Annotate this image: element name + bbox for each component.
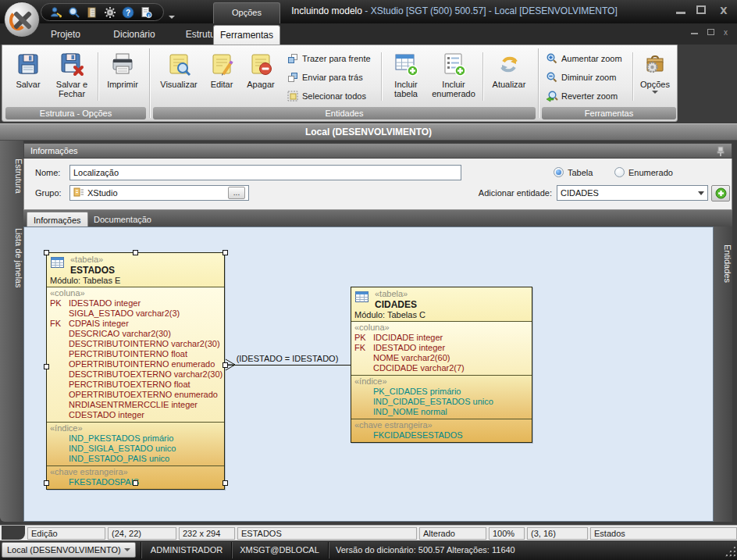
toolbox-icon xyxy=(643,52,668,77)
nome-input[interactable] xyxy=(69,165,461,180)
tab-informacoes[interactable]: Informações xyxy=(27,212,88,227)
opcoes-button[interactable]: Opções xyxy=(636,48,675,108)
svg-text:i: i xyxy=(148,12,149,18)
trazer-para-frente-button[interactable]: Trazer para frente xyxy=(284,50,373,67)
sidebar-corner xyxy=(2,526,25,540)
selection-handle[interactable] xyxy=(223,250,228,255)
dock-tab-entidades[interactable]: Entidades xyxy=(714,228,732,298)
document-header: Local (DESENVOLVIMENTO) xyxy=(0,123,737,141)
add-entity-button[interactable] xyxy=(711,185,730,202)
status-modified: Alterado xyxy=(419,527,486,540)
database-connection: XMSGT@DBLOCAL xyxy=(236,540,323,560)
radio-tabela-dot xyxy=(554,167,564,177)
selection-handle[interactable] xyxy=(44,480,49,486)
help-icon[interactable]: ? xyxy=(121,5,134,19)
reverter-zoom-button[interactable]: Reverter zoom xyxy=(543,87,620,105)
adicionar-entidade-dropdown[interactable]: CIDADES xyxy=(557,185,708,201)
incluir-enumerado-button[interactable]: Incluir enumerado xyxy=(428,48,479,108)
quick-access-toolbar: ? i xyxy=(41,3,164,21)
aumentar-zoom-button[interactable]: Aumentar zoom xyxy=(543,50,625,67)
opcoes-dropdown-icon xyxy=(652,91,658,94)
tab-dicionario[interactable]: Dicionário xyxy=(100,25,169,45)
column-row: NRDIASENTRMERCCLIE integer xyxy=(47,400,224,410)
zoom-in-icon xyxy=(546,52,558,65)
dock-tab-estrutura[interactable]: Estrutura xyxy=(0,145,23,206)
visualizar-button[interactable]: Visualizar xyxy=(155,48,203,108)
document-info-icon[interactable]: i xyxy=(139,5,152,19)
index-row: IND_ESTADO_PAIS unico xyxy=(47,454,224,464)
select-all-icon xyxy=(287,90,299,102)
radio-tabela[interactable]: Tabela xyxy=(554,167,593,177)
salvar-e-fechar-button[interactable]: Salvar e Fechar xyxy=(49,48,94,108)
table-icon xyxy=(355,291,368,302)
radio-enumerado[interactable]: Enumerado xyxy=(614,167,673,177)
search-icon[interactable] xyxy=(67,5,80,19)
adicionar-entidade-label: Adicionar entidade: xyxy=(452,185,552,201)
relationship-connector[interactable] xyxy=(225,365,351,366)
radio-enumerado-dot xyxy=(614,167,625,177)
tab-projeto[interactable]: Projeto xyxy=(37,25,94,45)
mdi-restore-button[interactable] xyxy=(707,29,714,35)
incluir-tabela-button[interactable]: Incluir tabela xyxy=(386,48,426,108)
grupo-label: Grupo: xyxy=(35,185,62,201)
title-bar: ? i Opções Incluindo modelo - XStudio [S… xyxy=(0,0,737,23)
app-logo[interactable] xyxy=(4,2,40,37)
minimize-button[interactable] xyxy=(676,5,685,14)
entity-estados[interactable]: «tabela» ESTADOS Módulo: Tabelas E «colu… xyxy=(46,252,225,490)
pin-icon[interactable] xyxy=(716,146,725,157)
column-row: FKCDPAIS integer xyxy=(47,319,224,329)
mdi-minimize-button[interactable] xyxy=(691,27,698,34)
status-bar: Edição (24, 22) 232 x 294 ESTADOS Altera… xyxy=(0,525,737,540)
user-permissions-icon[interactable] xyxy=(49,5,62,19)
selection-handle[interactable] xyxy=(44,364,49,369)
enviar-para-tras-button[interactable]: Enviar para trás xyxy=(284,69,365,86)
grupo-browse-button[interactable]: ... xyxy=(228,187,245,199)
qat-customize-icon[interactable] xyxy=(169,8,178,16)
selection-handle[interactable] xyxy=(133,250,138,255)
notebook-icon[interactable] xyxy=(85,5,98,19)
informacoes-panel-header: Informações xyxy=(23,143,732,159)
column-row: PKIDESTADO integer xyxy=(47,298,224,309)
ribbon-tab-row: Projeto Dicionário Estrutura Ferramentas… xyxy=(0,23,737,45)
entity-module: Módulo: Tabelas E xyxy=(50,276,221,286)
environment-selector[interactable]: Local (DESENVOLVIMENTO) xyxy=(2,542,136,558)
diagram-canvas[interactable]: (IDESTADO = IDESTADO) «tabela» ESTADOS M… xyxy=(23,226,714,522)
diminuir-zoom-button[interactable]: Diminuir zoom xyxy=(543,69,618,86)
resize-grip[interactable] xyxy=(725,545,735,556)
selection-handle[interactable] xyxy=(223,362,228,368)
selection-handle[interactable] xyxy=(44,250,49,255)
bring-front-icon xyxy=(287,52,299,65)
status-position: (24, 22) xyxy=(108,527,176,540)
zoom-out-icon xyxy=(546,71,558,84)
column-row: NOME varchar2(60) xyxy=(351,353,532,363)
entity-name: CIDADES xyxy=(354,299,529,310)
zoom-revert-icon xyxy=(546,90,558,102)
tab-documentacao[interactable]: Documentação xyxy=(87,212,158,227)
selection-handle[interactable] xyxy=(133,480,138,486)
imprimir-button[interactable]: Imprimir xyxy=(101,48,144,108)
editar-button[interactable]: Editar xyxy=(205,48,239,108)
tab-ferramentas[interactable]: Ferramentas xyxy=(213,25,280,45)
selection-handle[interactable] xyxy=(223,480,228,486)
salvar-button[interactable]: Salvar xyxy=(9,48,48,108)
mdi-close-button[interactable]: x xyxy=(724,27,728,38)
column-row: DESCTRIBUTOINTERNO varchar2(30) xyxy=(47,339,224,349)
window-title: Incluindo modelo - XStudio [SGT (500) 50… xyxy=(258,5,651,16)
selecionar-todos-button[interactable]: Selecionar todos xyxy=(284,87,368,105)
status-selected-entity: ESTADOS xyxy=(237,527,417,540)
table-icon xyxy=(51,257,64,268)
column-row: PERCTRIBUTOINTERNO float xyxy=(47,349,224,359)
settings-gear-icon[interactable] xyxy=(103,5,116,19)
atualizar-button[interactable]: Atualizar xyxy=(486,48,532,108)
adicionar-entidade-value: CIDADES xyxy=(561,188,695,198)
entity-cidades[interactable]: «tabela» CIDADES Módulo: Tabelas C «colu… xyxy=(351,287,532,443)
grupo-picker[interactable]: XStudio ... xyxy=(69,185,249,201)
dock-tab-lista-de-janelas[interactable]: Lista de janelas xyxy=(0,211,23,305)
apagar-button[interactable]: Apagar xyxy=(240,48,281,108)
main-area: Estrutura Lista de janelas Entidades Inf… xyxy=(0,141,737,525)
close-button[interactable]: X xyxy=(717,5,731,17)
nome-label: Nome: xyxy=(35,165,60,180)
maximize-button[interactable] xyxy=(696,5,706,14)
mdi-window-controls: x xyxy=(691,27,728,38)
index-row: IND_CIDADE_ESTADOS unico xyxy=(351,397,532,407)
